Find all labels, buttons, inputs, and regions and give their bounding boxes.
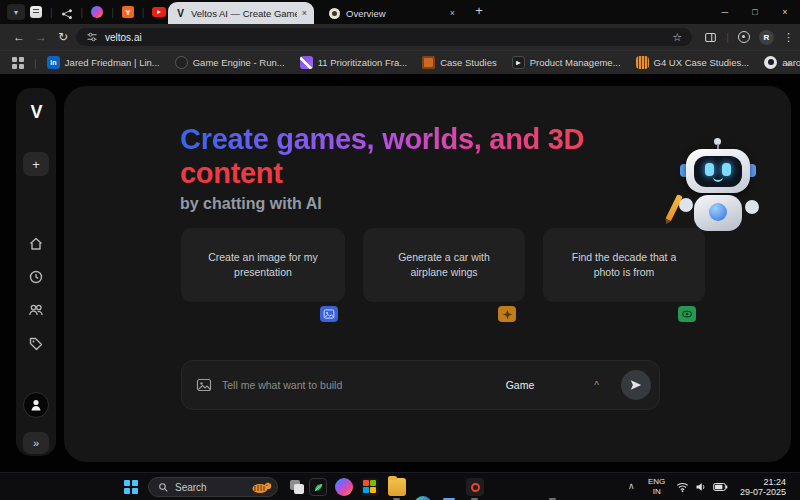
close-button[interactable]: × — [770, 0, 800, 24]
overview-favicon — [329, 8, 340, 19]
pinned-tab-youtube-icon[interactable] — [152, 7, 166, 17]
pinned-tab-document-icon[interactable] — [30, 6, 42, 18]
tab-overview[interactable]: Overview × — [322, 2, 462, 24]
github-icon — [764, 56, 777, 69]
prompt-placeholder[interactable]: Tell me what want to build — [222, 379, 506, 391]
hero-title-line1: Create games, worlds, and 3D — [180, 122, 584, 156]
tag-icon[interactable] — [28, 336, 44, 352]
bookmark-label: Case Studies — [440, 57, 497, 68]
search-placeholder: Search — [175, 482, 245, 493]
tab-search-button[interactable]: ▾ — [7, 4, 25, 20]
hidden-icons-chevron[interactable]: ∧ — [628, 481, 635, 491]
taskbar-search[interactable]: Search — [148, 477, 278, 497]
taskbar: Search R 1 ∧ ENG IN — [0, 472, 800, 500]
pinned-tab-share-icon[interactable] — [61, 6, 73, 18]
new-tab-button[interactable]: + — [470, 3, 488, 21]
start-button[interactable] — [124, 480, 138, 494]
bookmarks-overflow-icon[interactable]: » — [785, 57, 791, 69]
bookmarks-bar: | inJared Friedman | Lin... Game Engine … — [0, 50, 800, 74]
tab-veltos[interactable]: V Veltos AI — Create Games & 3... × — [168, 2, 314, 24]
edge-icon[interactable] — [414, 496, 432, 500]
apps-grid-icon[interactable] — [12, 57, 24, 69]
maximize-button[interactable]: □ — [740, 0, 770, 24]
history-icon[interactable] — [28, 269, 44, 285]
image-badge-button[interactable] — [320, 306, 338, 322]
search-icon — [158, 482, 169, 493]
time-text: 21:24 — [740, 477, 786, 487]
browser-titlebar: ▾ | | | Y | V Veltos AI — Create Games &… — [0, 0, 800, 24]
suggestion-card-decade[interactable]: Find the decade that a photo is from — [543, 228, 705, 302]
battery-icon — [713, 482, 728, 492]
browser-menu-icon[interactable]: ⋮ — [783, 31, 794, 44]
forward-button[interactable]: → — [32, 29, 50, 45]
window-controls: ─ □ × — [710, 0, 800, 24]
copilot-icon[interactable] — [335, 478, 353, 496]
volume-icon — [695, 481, 707, 493]
pinned-tab-copilot-icon[interactable] — [91, 6, 103, 18]
back-button[interactable]: ← — [10, 29, 28, 45]
expand-sidebar-button[interactable]: » — [23, 432, 49, 454]
chevron-icon[interactable]: ^ — [594, 380, 599, 391]
suggestion-card-image[interactable]: Create an image for my presentation — [181, 228, 345, 302]
leaf-app-icon[interactable] — [309, 478, 327, 496]
file-explorer-icon[interactable] — [388, 478, 406, 496]
send-button[interactable] — [621, 370, 651, 400]
bookmark-jared-friedman[interactable]: inJared Friedman | Lin... — [47, 56, 160, 69]
tab-separator: | — [50, 7, 53, 18]
bookmark-label: Game Engine - Run... — [193, 57, 285, 68]
robot-mascot — [664, 138, 776, 242]
attach-image-icon[interactable] — [196, 377, 212, 393]
tiger-image — [251, 480, 273, 494]
eye-badge-button[interactable] — [678, 306, 696, 322]
mode-selector[interactable]: Game — [506, 379, 535, 391]
tab-separator: | — [111, 7, 114, 18]
close-tab-icon[interactable]: × — [302, 8, 307, 18]
minimize-button[interactable]: ─ — [710, 0, 740, 24]
address-bar[interactable]: veltos.ai ☆ — [76, 28, 692, 46]
profile-avatar[interactable]: R — [759, 30, 774, 45]
suggestion-card-car[interactable]: Generate a car with airplane wings — [363, 228, 525, 302]
recorder-app-icon[interactable] — [466, 478, 484, 496]
bookmark-game-engine[interactable]: Game Engine - Run... — [175, 56, 285, 69]
language-line1: ENG — [648, 477, 665, 487]
task-view-button[interactable] — [290, 480, 305, 494]
bookmark-github[interactable]: aaronbatchelder/pr... — [764, 56, 800, 69]
bookmark-label: Jared Friedman | Lin... — [65, 57, 160, 68]
home-icon[interactable] — [28, 236, 44, 252]
tab-separator: | — [81, 7, 84, 18]
prompt-bar[interactable]: Tell me what want to build Game ^ — [181, 360, 660, 410]
bookmark-prioritization[interactable]: 11 Prioritization Fra... — [300, 56, 408, 69]
system-tray[interactable] — [676, 481, 728, 493]
split-tab-icon[interactable] — [704, 31, 717, 44]
community-icon[interactable] — [28, 302, 44, 318]
tab-title: Overview — [346, 8, 444, 19]
bookmark-label: 11 Prioritization Fra... — [318, 57, 408, 68]
bookmark-label: Product Manageme... — [530, 57, 621, 68]
clock[interactable]: 21:24 29-07-2025 — [740, 477, 786, 497]
sparkle-icon — [502, 309, 513, 320]
reload-button[interactable]: ↻ — [54, 29, 72, 45]
microsoft-store-icon[interactable] — [361, 478, 379, 496]
url-text: veltos.ai — [105, 32, 665, 43]
hero-subtitle: by chatting with AI — [180, 195, 680, 213]
new-project-button[interactable]: + — [23, 152, 49, 176]
app-sidebar: V + » — [16, 88, 56, 456]
close-tab-icon[interactable]: × — [450, 8, 455, 18]
toolbar-separator: | — [726, 31, 729, 43]
eye-icon — [681, 308, 693, 320]
bookmark-star-icon[interactable]: ☆ — [672, 31, 682, 44]
extension-icon[interactable] — [738, 31, 750, 43]
bookmark-product-management[interactable]: ▸Product Manageme... — [512, 56, 621, 69]
date-text: 29-07-2025 — [740, 487, 786, 497]
card-label: Generate a car with airplane wings — [389, 250, 499, 280]
tune-icon — [86, 31, 98, 43]
language-switcher[interactable]: ENG IN — [648, 477, 665, 497]
bookmark-ux-case-studies[interactable]: G4 UX Case Studies... — [636, 56, 750, 69]
user-avatar[interactable] — [23, 392, 49, 418]
veltos-logo[interactable]: V — [16, 102, 56, 123]
bookmark-case-studies[interactable]: Case Studies — [422, 56, 497, 69]
hero: Create games, worlds, and 3D content by … — [180, 122, 680, 213]
pinned-tab-ycombinator-icon[interactable]: Y — [122, 6, 134, 18]
card-label: Create an image for my presentation — [207, 250, 319, 280]
sparkle-badge-button[interactable] — [498, 306, 516, 322]
